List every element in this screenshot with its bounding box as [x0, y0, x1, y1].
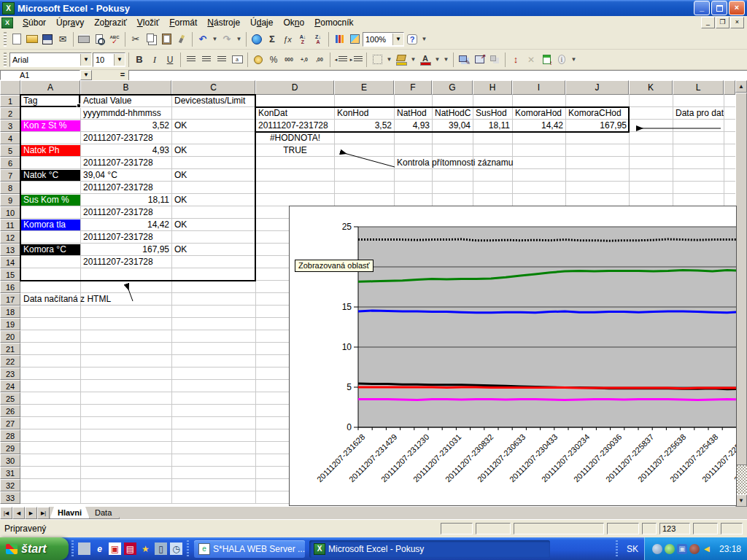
sort-desc-icon[interactable]	[311, 32, 325, 47]
desktop-icon[interactable]	[78, 542, 90, 555]
addin-sheet-icon[interactable]	[539, 52, 554, 67]
vscroll-up-icon[interactable]: ▲	[735, 80, 747, 93]
menu-súbor[interactable]: Súbor	[18, 17, 51, 28]
fill-color-icon[interactable]	[394, 52, 409, 67]
cell-B14[interactable]: 20111207-231728	[81, 257, 171, 268]
row-header-6[interactable]: 6	[0, 157, 20, 169]
active-cell-selection[interactable]	[20, 94, 80, 107]
sheet-tab-hlavni[interactable]: Hlavni	[50, 507, 90, 519]
combo-dropdown-icon[interactable]: ▼	[80, 54, 91, 66]
print-preview-icon[interactable]	[92, 32, 107, 47]
new-icon[interactable]	[9, 32, 24, 47]
row-header-21[interactable]: 21	[0, 343, 20, 355]
col-header-A[interactable]: A	[20, 80, 80, 95]
sheet-tab-data[interactable]: Data	[87, 507, 120, 519]
addin-info-icon[interactable]	[554, 52, 569, 67]
cell-L2[interactable]: Data pro data	[673, 108, 724, 119]
cell-D2[interactable]: KonDat	[256, 108, 334, 119]
row-header-26[interactable]: 26	[0, 405, 20, 417]
cell-B1[interactable]: Actual Value	[81, 96, 171, 106]
menu-pomocník[interactable]: Pomocník	[309, 17, 358, 28]
row-header-9[interactable]: 9	[0, 194, 20, 206]
menu-formát[interactable]: Formát	[164, 17, 202, 28]
cell-I3[interactable]: 14,42	[513, 120, 565, 131]
dropdown-arrow-icon[interactable]: ▼	[235, 32, 243, 47]
dropdown-arrow-icon[interactable]: ▼	[420, 32, 428, 47]
cell-A7[interactable]: Natok °C	[21, 170, 80, 181]
row-header-13[interactable]: 13	[0, 244, 20, 256]
row-header-3[interactable]: 3	[0, 120, 20, 132]
inc-indent-icon[interactable]	[349, 52, 363, 67]
combo-dropdown-icon[interactable]: ▼	[392, 34, 403, 45]
row-header-12[interactable]: 12	[0, 231, 20, 244]
underline-icon[interactable]	[163, 52, 177, 67]
row-header-33[interactable]: 33	[0, 491, 20, 504]
addin-1-icon[interactable]	[457, 52, 471, 67]
dropdown-arrow-icon[interactable]: ▼	[570, 52, 578, 67]
tab-prev-icon[interactable]: ◀	[12, 507, 25, 519]
col-header-C[interactable]: C	[171, 80, 255, 95]
col-header-L[interactable]: L	[673, 80, 724, 95]
tab-next-icon[interactable]: ▶	[25, 507, 37, 519]
clock[interactable]: 23:18	[716, 537, 747, 560]
star-icon[interactable]: ★	[139, 542, 152, 555]
toolbar-grip[interactable]	[4, 52, 7, 67]
bold-icon[interactable]	[132, 52, 147, 67]
copy-icon[interactable]	[144, 32, 158, 47]
italic-icon[interactable]	[147, 52, 162, 67]
workbook-restore-button[interactable]: ❐	[716, 17, 729, 28]
row-header-28[interactable]: 28	[0, 429, 20, 442]
cell-G2[interactable]: NatHodC	[433, 108, 473, 119]
cell-A13[interactable]: Komora °C	[21, 244, 80, 255]
cell-J3[interactable]: 167,95	[566, 120, 629, 131]
cell-J2[interactable]: KomoraCHod	[566, 108, 629, 119]
save-icon[interactable]	[40, 32, 55, 47]
addin-3-icon[interactable]	[487, 52, 502, 67]
cell-F6[interactable]: Kontrola přítomnosti záznamu	[395, 158, 562, 168]
dropdown-arrow-icon[interactable]: ▼	[385, 52, 393, 67]
cell-A11[interactable]: Komora tla	[21, 219, 80, 230]
row-header-8[interactable]: 8	[0, 182, 20, 194]
cell-A5[interactable]: Natok Ph	[21, 145, 80, 156]
media-icon[interactable]: ▣	[109, 542, 121, 555]
col-header-partial[interactable]	[724, 80, 735, 95]
cell-C1[interactable]: Devicestatus/Limit	[172, 96, 255, 106]
chart-object[interactable]: 051015202520111207-23162820111207-231429…	[289, 206, 737, 506]
row-header-7[interactable]: 7	[0, 169, 20, 182]
floppy-icon[interactable]: ▤	[124, 542, 136, 555]
col-header-D[interactable]: D	[255, 80, 334, 95]
vscroll-track[interactable]	[735, 465, 747, 494]
ie-icon[interactable]: e	[93, 542, 106, 555]
mail-icon[interactable]	[55, 32, 70, 47]
cell-H2[interactable]: SusHod	[473, 108, 512, 119]
edit-formula-button[interactable]: =	[117, 70, 128, 80]
cell-F2[interactable]: NatHod	[395, 108, 432, 119]
font-name-combo[interactable]: Arial▼	[9, 52, 92, 67]
cell-B2[interactable]: yyyymmdd-hhmmss	[81, 108, 171, 119]
function-icon[interactable]	[280, 32, 295, 47]
merge-center-icon[interactable]	[230, 52, 244, 67]
menu-okno[interactable]: Okno	[278, 17, 309, 28]
vscroll-thumb[interactable]	[735, 93, 747, 465]
cell-D4[interactable]: #HODNOTA!	[256, 133, 334, 144]
cell-G3[interactable]: 39,04	[433, 120, 473, 131]
cell-E2[interactable]: KonHod	[335, 108, 394, 119]
row-header-20[interactable]: 20	[0, 330, 20, 343]
dropdown-arrow-icon[interactable]: ▼	[409, 52, 417, 67]
open-icon[interactable]	[25, 32, 39, 47]
redo-icon[interactable]	[220, 32, 234, 47]
col-header-G[interactable]: G	[432, 80, 473, 95]
cell-B7[interactable]: 39,04 °C	[81, 170, 171, 181]
row-header-14[interactable]: 14	[0, 256, 20, 268]
cell-C11[interactable]: OK	[172, 219, 255, 230]
row-header-23[interactable]: 23	[0, 368, 20, 380]
borders-icon[interactable]	[370, 52, 384, 67]
menu-nástroje[interactable]: Nástroje	[202, 17, 245, 28]
inc-decimal-icon[interactable]	[297, 52, 311, 67]
row-header-19[interactable]: 19	[0, 318, 20, 330]
row-header-22[interactable]: 22	[0, 355, 20, 368]
combo-dropdown-icon[interactable]: ▼	[114, 54, 125, 66]
zoom-combo[interactable]: 100%▼	[363, 32, 404, 47]
cell-I2[interactable]: KomoraHod	[513, 108, 565, 119]
name-box-dropdown-icon[interactable]: ▼	[80, 70, 92, 80]
